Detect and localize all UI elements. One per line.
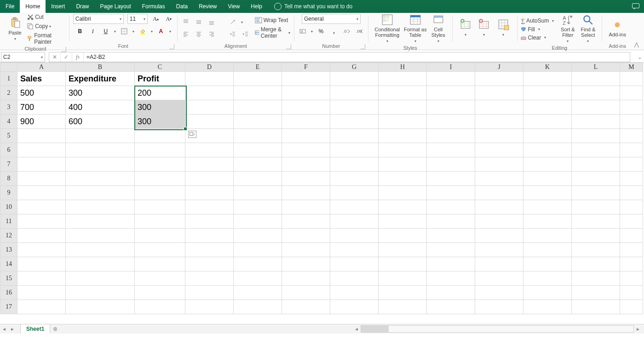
- cell[interactable]: [17, 214, 66, 229]
- column-header[interactable]: J: [475, 63, 523, 72]
- cell[interactable]: [475, 286, 523, 300]
- cell[interactable]: [17, 172, 66, 186]
- cell[interactable]: [427, 172, 475, 186]
- cell[interactable]: [620, 257, 643, 271]
- cell[interactable]: [572, 115, 620, 129]
- delete-cells-button[interactable]: ▾: [475, 18, 493, 38]
- underline-button[interactable]: U: [101, 27, 110, 36]
- cell[interactable]: [135, 243, 185, 257]
- cell[interactable]: [17, 243, 66, 257]
- cell[interactable]: [17, 257, 66, 271]
- cell[interactable]: [282, 157, 330, 172]
- format-as-table-button[interactable]: Format as Table▾: [402, 14, 428, 44]
- cell[interactable]: [330, 229, 379, 243]
- cell[interactable]: [475, 115, 523, 129]
- cell[interactable]: [234, 100, 282, 115]
- cell[interactable]: [523, 286, 572, 300]
- cell[interactable]: 400: [66, 100, 135, 115]
- cell[interactable]: [66, 157, 135, 172]
- insert-cells-button[interactable]: ▾: [456, 18, 475, 38]
- column-header[interactable]: I: [427, 63, 475, 72]
- cell[interactable]: [572, 157, 620, 172]
- align-center-icon[interactable]: [194, 29, 203, 39]
- column-header[interactable]: F: [282, 63, 330, 72]
- find-select-button[interactable]: Find & Select▾: [578, 14, 598, 44]
- cell[interactable]: [427, 200, 475, 214]
- align-right-icon[interactable]: [207, 29, 216, 39]
- cell[interactable]: [330, 157, 379, 172]
- cell[interactable]: [330, 300, 379, 314]
- cell[interactable]: Expenditure: [66, 72, 135, 86]
- cell[interactable]: [475, 129, 523, 143]
- cell[interactable]: [17, 200, 66, 214]
- format-painter-button[interactable]: Format Painter: [27, 32, 65, 45]
- column-header[interactable]: A: [17, 63, 66, 72]
- sort-filter-button[interactable]: AZ Sort & Filter▾: [558, 14, 578, 44]
- column-header[interactable]: G: [330, 63, 379, 72]
- cell[interactable]: [572, 214, 620, 229]
- cell[interactable]: [17, 229, 66, 243]
- clear-button[interactable]: Clear▾: [521, 35, 554, 41]
- cancel-formula-icon[interactable]: ✕: [49, 52, 61, 62]
- cell[interactable]: [330, 143, 379, 157]
- sheet-tab[interactable]: Sheet1: [20, 324, 50, 334]
- row-header[interactable]: 5: [0, 129, 17, 143]
- merge-center-button[interactable]: Merge & Center▾: [255, 26, 290, 39]
- cell[interactable]: [185, 229, 234, 243]
- row-header[interactable]: 13: [0, 243, 17, 257]
- tab-home[interactable]: Home: [20, 0, 46, 13]
- cell[interactable]: [572, 271, 620, 286]
- dialog-launcher-icon[interactable]: [61, 47, 66, 52]
- cell[interactable]: [234, 300, 282, 314]
- cell[interactable]: [282, 271, 330, 286]
- font-size-combo[interactable]: 11▾: [127, 14, 148, 24]
- cell[interactable]: [475, 300, 523, 314]
- row-header[interactable]: 11: [0, 214, 17, 229]
- fx-icon[interactable]: fx: [72, 52, 84, 62]
- cell[interactable]: [234, 115, 282, 129]
- tab-data[interactable]: Data: [171, 0, 193, 13]
- cell[interactable]: [185, 271, 234, 286]
- cell[interactable]: [379, 257, 427, 271]
- cell[interactable]: [185, 72, 234, 86]
- column-header[interactable]: D: [185, 63, 234, 72]
- accounting-format-icon[interactable]: $: [298, 27, 307, 36]
- cell[interactable]: [185, 300, 234, 314]
- cell[interactable]: [135, 200, 185, 214]
- cell[interactable]: [135, 143, 185, 157]
- cell[interactable]: [330, 115, 379, 129]
- cut-button[interactable]: Cut: [27, 14, 65, 20]
- number-format-combo[interactable]: General▾: [302, 14, 361, 24]
- cell[interactable]: 200: [135, 86, 185, 100]
- cell[interactable]: [135, 300, 185, 314]
- cell[interactable]: [475, 72, 523, 86]
- cell[interactable]: [379, 172, 427, 186]
- autosum-button[interactable]: ∑AutoSum▾: [521, 17, 554, 24]
- cell[interactable]: [475, 86, 523, 100]
- row-header[interactable]: 10: [0, 200, 17, 214]
- sheet-nav-prev[interactable]: ◂: [0, 324, 8, 334]
- cell[interactable]: 300: [135, 100, 185, 115]
- cell[interactable]: [523, 300, 572, 314]
- column-header[interactable]: M: [620, 63, 643, 72]
- cell[interactable]: [475, 257, 523, 271]
- font-name-combo[interactable]: Calibri▾: [73, 14, 124, 24]
- cell[interactable]: [234, 86, 282, 100]
- cell[interactable]: [427, 186, 475, 200]
- cell[interactable]: [135, 286, 185, 300]
- cell[interactable]: [427, 72, 475, 86]
- cell[interactable]: [282, 72, 330, 86]
- cell[interactable]: [427, 229, 475, 243]
- cell[interactable]: [379, 72, 427, 86]
- cell[interactable]: [620, 300, 643, 314]
- cell[interactable]: [282, 129, 330, 143]
- paste-button[interactable]: Paste ▾: [6, 17, 24, 42]
- tab-page-layout[interactable]: Page Layout: [94, 0, 136, 13]
- cell[interactable]: [234, 157, 282, 172]
- cell[interactable]: [475, 172, 523, 186]
- cell[interactable]: [185, 200, 234, 214]
- cell[interactable]: [523, 200, 572, 214]
- cell[interactable]: 300: [135, 115, 185, 129]
- cell[interactable]: [135, 157, 185, 172]
- cell[interactable]: [185, 186, 234, 200]
